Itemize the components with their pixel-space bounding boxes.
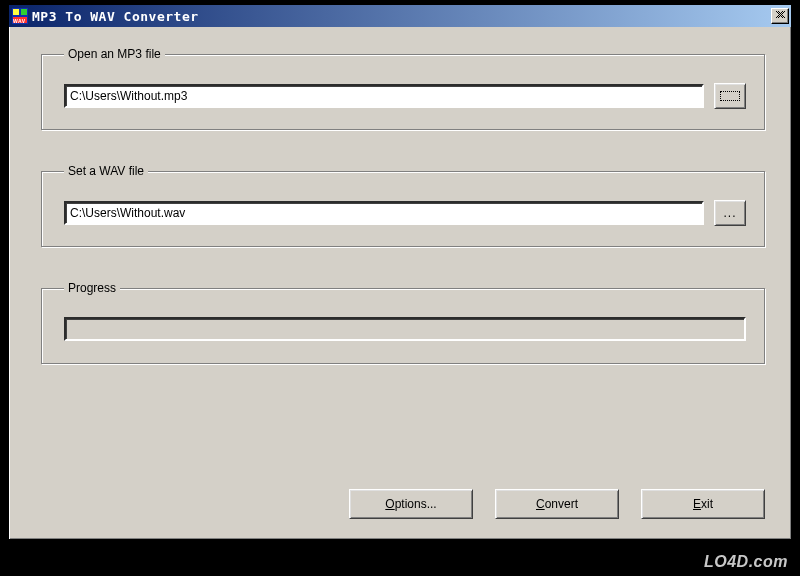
client-area: Open an MP3 file Set a WAV file ... [13, 29, 787, 535]
button-bar: Options... Convert Exit [349, 489, 765, 519]
open-file-legend: Open an MP3 file [64, 47, 165, 61]
progress-bar [64, 317, 746, 341]
exit-button[interactable]: Exit [641, 489, 765, 519]
window-title: MP3 To WAV Converter [32, 9, 771, 24]
app-icon: WAV [12, 8, 28, 24]
close-button[interactable] [771, 8, 789, 24]
open-file-input[interactable] [64, 84, 704, 108]
watermark: LO4D.com [704, 554, 788, 570]
svg-text:WAV: WAV [13, 18, 26, 24]
convert-button[interactable]: Convert [495, 489, 619, 519]
save-file-group: Set a WAV file ... [41, 164, 765, 247]
browse-icon [720, 91, 740, 101]
save-file-input[interactable] [64, 201, 704, 225]
svg-rect-2 [21, 9, 27, 15]
progress-legend: Progress [64, 281, 120, 295]
options-button[interactable]: Options... [349, 489, 473, 519]
main-window: WAV MP3 To WAV Converter Open an MP3 fil… [8, 4, 792, 540]
open-file-group: Open an MP3 file [41, 47, 765, 130]
ellipsis-icon: ... [723, 206, 736, 220]
save-browse-button[interactable]: ... [714, 200, 746, 226]
svg-rect-1 [13, 9, 19, 15]
save-file-legend: Set a WAV file [64, 164, 148, 178]
open-browse-button[interactable] [714, 83, 746, 109]
titlebar[interactable]: WAV MP3 To WAV Converter [9, 5, 791, 27]
progress-group: Progress [41, 281, 765, 364]
